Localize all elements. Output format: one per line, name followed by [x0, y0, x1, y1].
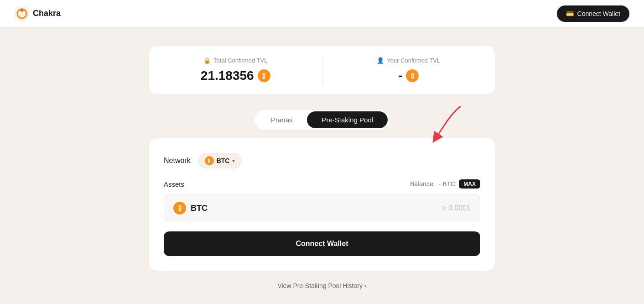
btc-coin-total: ₿ — [258, 69, 270, 82]
chakra-logo-icon — [15, 6, 29, 21]
header-connect-wallet-button[interactable]: 💳 Connect Wallet — [557, 5, 629, 22]
total-tvl-section: 🔒 Total Confirmed TVL 21.18356 ₿ — [149, 46, 322, 94]
your-tvl-label: 👤 Your Confirmed TVL — [377, 57, 440, 64]
connect-wallet-main-button[interactable]: Connect Wallet — [164, 231, 480, 256]
asset-placeholder: ≥ 0.0001 — [442, 204, 471, 212]
app-header: Chakra 💳 Connect Wallet — [0, 0, 644, 27]
arrow-annotation — [422, 102, 467, 143]
tab-pre-staking[interactable]: Pre-Staking Pool — [307, 111, 388, 128]
user-icon: 👤 — [377, 57, 384, 64]
assets-label: Assets — [164, 180, 184, 188]
btc-coin-your: ₿ — [406, 69, 419, 82]
history-link-text: View Pre-Staking Pool History — [277, 282, 362, 289]
your-tvl-section: 👤 Your Confirmed TVL - ₿ — [322, 46, 495, 94]
main-content: 🔒 Total Confirmed TVL 21.18356 ₿ 👤 Your … — [0, 27, 644, 304]
tabs-container: Pranas Pre-Staking Pool — [254, 109, 390, 131]
wallet-icon: 💳 — [566, 10, 574, 17]
total-tvl-label: 🔒 Total Confirmed TVL — [203, 57, 267, 64]
assets-row: Assets Balance: - BTC MAX — [164, 179, 480, 189]
tvl-card: 🔒 Total Confirmed TVL 21.18356 ₿ 👤 Your … — [149, 46, 495, 94]
tab-pranas[interactable]: Pranas — [256, 111, 307, 128]
chevron-down-icon: ▾ — [232, 158, 235, 164]
network-selector[interactable]: ₿ BTC ▾ — [198, 153, 242, 168]
balance-value: - BTC — [439, 180, 456, 188]
lock-icon: 🔒 — [203, 57, 211, 64]
network-label: Network — [164, 157, 191, 165]
max-button[interactable]: MAX — [459, 179, 480, 189]
network-value: BTC — [217, 157, 230, 164]
logo-text: Chakra — [33, 9, 61, 18]
btc-asset-icon: ₿ — [173, 202, 186, 215]
network-btc-icon: ₿ — [205, 156, 214, 165]
history-link[interactable]: View Pre-Staking Pool History › — [277, 282, 366, 289]
asset-name: BTC — [191, 204, 208, 213]
staking-card: Network ₿ BTC ▾ Assets Balance: - BTC MA… — [149, 138, 495, 271]
total-tvl-value: 21.18356 ₿ — [201, 68, 270, 83]
chevron-right-icon: › — [364, 282, 367, 289]
asset-left: ₿ BTC — [173, 202, 208, 215]
svg-point-3 — [21, 9, 23, 11]
logo: Chakra — [15, 6, 61, 21]
asset-input-row: ₿ BTC ≥ 0.0001 — [164, 194, 480, 222]
network-row: Network ₿ BTC ▾ — [164, 153, 480, 168]
balance-label: Balance: — [410, 180, 435, 188]
your-tvl-value: - ₿ — [398, 68, 419, 83]
balance-info: Balance: - BTC MAX — [410, 179, 480, 189]
